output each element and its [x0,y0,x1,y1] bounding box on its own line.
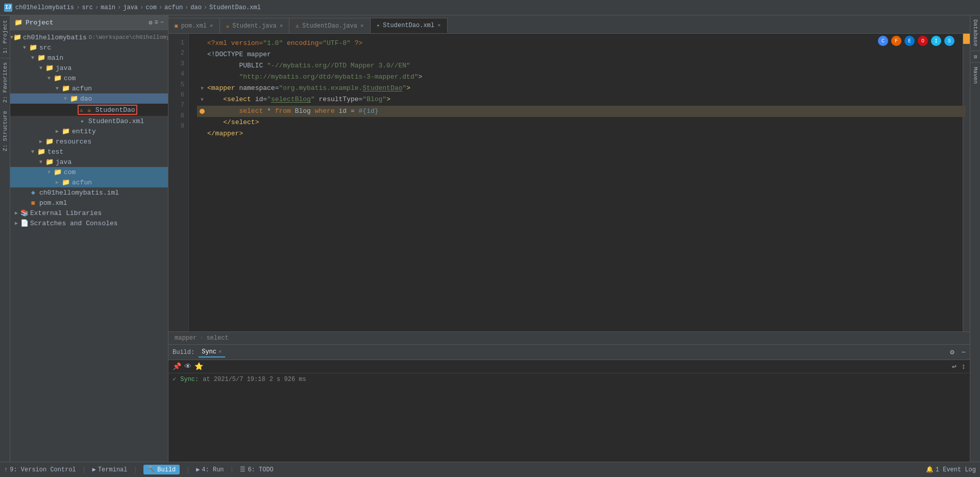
edge-icon[interactable]: E [904,36,915,46]
line-num-7: 7 [173,100,184,110]
code-line-6: ▼ <select id="selectBlog" resultType="Bl… [197,94,966,105]
tree-src[interactable]: ▼ 📁 src [10,42,168,53]
tree-studentdao-java-label: StudentDao [95,106,135,114]
line-num-2: 2 [173,48,184,58]
structure-panel-toggle[interactable]: Z: Structure [1,107,10,155]
tree-pom[interactable]: ◼ pom.xml [10,198,168,208]
root-folder-icon: 📁 [13,33,21,41]
safari-icon[interactable]: S [944,36,954,46]
favorites-icon[interactable]: ⭐ [194,362,203,371]
bottom-panel: Build: Sync × ⚙ − 📌 👁 ⭐ ↩ ↕ ✓ [168,344,970,462]
line-9-content: </mapper> [207,128,243,139]
tree-com-test[interactable]: ▼ 📁 com [10,167,168,177]
status-eventlog[interactable]: 🔔 1 Event Log [926,466,976,473]
tree-root[interactable]: ▼ 📁 ch01hellomybatis D:\Workspace\ch01he… [10,32,168,42]
pin-icon[interactable]: 📌 [173,362,181,371]
tree-acfun-test[interactable]: ▶ 📁 acfun [10,177,168,187]
line-3-content: PUBLIC "-//mybatis.org//DTD Mapper 3.0//… [207,60,410,71]
tree-arrow-extlibs: ▶ [12,210,20,216]
tree-entity[interactable]: ▶ 📁 entity [10,126,168,136]
maven-panel-toggle[interactable]: Maven [971,63,980,88]
scroll-icon[interactable]: ↕ [962,363,966,371]
status-terminal[interactable]: ▶ Terminal [92,466,128,473]
tree-arrow-dao: ▼ [61,96,69,102]
acfun-folder-icon: 📁 [61,84,70,92]
tree-root-label: ch01hellomybatis [23,34,87,41]
test-folder-icon: 📁 [37,148,46,156]
tree-resources[interactable]: ▶ 📁 resources [10,136,168,147]
status-build[interactable]: 🔨 Build [143,465,180,474]
bc-dao: dao [190,4,202,11]
project-minimize-icon[interactable]: − [160,19,164,27]
tree-dao[interactable]: ▼ 📁 dao [10,93,168,104]
tab-pom[interactable]: ◼ pom.xml × [168,18,220,33]
tree-entity-label: entity [72,128,96,135]
status-run[interactable]: ▶ 4: Run [196,466,224,473]
tab-studentdao-java[interactable]: ⚠ StudentDao.java × [289,18,370,33]
tree-main-label: main [47,54,63,62]
tab-student-java-close[interactable]: × [280,23,283,29]
tab-studentdao-xml-label: StudentDao.xml [383,22,434,29]
bc-file: StudentDao.xml [209,4,261,11]
project-settings-icon[interactable]: ⚙ [149,19,152,27]
m-panel-toggle[interactable]: m [971,51,980,63]
tree-com[interactable]: ▼ 📁 com [10,73,168,83]
tree-java[interactable]: ▼ 📁 java [10,63,168,73]
eventlog-label: 1 Event Log [936,466,976,473]
com-test-folder-icon: 📁 [53,168,62,176]
status-version-control[interactable]: ↑ 9: Version Control [4,466,76,473]
tab-sync-label: Sync [202,348,216,355]
tree-studentdao-xml-label: StudentDao.xml [88,117,144,125]
tree-external-libs[interactable]: ▶ 📚 External Libraries [10,208,168,218]
breadcrumb-select[interactable]: select [206,335,228,342]
main-folder-icon: 📁 [37,54,46,62]
tab-studentdao-java-close[interactable]: × [360,23,364,29]
java-folder-icon: 📁 [45,64,54,72]
tab-studentdao-xml[interactable]: ✦ StudentDao.xml × [371,18,448,33]
build-success-icon: ✓ [173,375,176,383]
resources-folder-icon: 📁 [45,137,54,146]
tree-studentdao-java[interactable]: ⚠ ☕ StudentDao [10,104,168,116]
tree-iml[interactable]: ◆ ch01hellomybatis.iml [10,187,168,198]
build-sync-label: Sync: [180,376,199,383]
bc-project: ch01hellomybatis [15,4,74,11]
tree-test[interactable]: ▼ 📁 test [10,147,168,157]
status-todo[interactable]: ☰ 6: TODO [240,466,273,473]
project-panel-toggle[interactable]: 1: Project [1,15,10,58]
bc-src: src [82,4,93,11]
breadcrumb-mapper[interactable]: mapper [175,335,197,342]
build-result-line: ✓ Sync: at 2021/5/7 19:18 2 s 926 ms [173,375,966,383]
firefox-icon[interactable]: F [891,36,901,46]
bottom-minimize-icon[interactable]: − [962,348,966,356]
tree-scratches[interactable]: ▶ 📄 Scratches and Consoles [10,218,168,228]
code-lines[interactable]: <?xml version="1.0" encoding="UTF-8" ?> … [189,34,970,331]
favorites-panel-toggle[interactable]: 2: Favorites [1,58,10,107]
code-editor[interactable]: C F E O I S 1 2 3 4 5 6 7 [168,34,970,331]
code-line-4: "http://mybatis.org/dtd/mybatis-3-mapper… [197,71,966,83]
build-status-label: Build [157,466,176,473]
tab-student-java-label: Student.java [232,22,276,30]
project-layout-icon[interactable]: ≡ [155,19,158,27]
tree-java-test[interactable]: ▼ 📁 java [10,157,168,167]
chrome-icon[interactable]: C [878,36,888,46]
java-test-folder-icon: 📁 [45,158,54,166]
tree-studentdao-xml[interactable]: ✦ StudentDao.xml [10,116,168,126]
opera-icon[interactable]: O [918,36,928,46]
wrap-icon[interactable]: ↩ [952,362,956,371]
bottom-settings-icon[interactable]: ⚙ [950,348,954,356]
bottom-tabs: Build: Sync × ⚙ − [168,345,970,360]
tab-student-java[interactable]: ☕ Student.java × [220,18,290,33]
tab-sync[interactable]: Sync × [199,347,225,357]
tab-sync-close[interactable]: × [218,349,222,355]
tab-pom-label: pom.xml [181,22,207,30]
tab-pom-close[interactable]: × [210,23,213,29]
filter-icon[interactable]: 👁 [184,363,191,371]
tree-java-label: java [56,64,71,72]
tree-main[interactable]: ▼ 📁 main [10,53,168,63]
ie-icon[interactable]: I [931,36,941,46]
tab-studentdao-xml-close[interactable]: × [437,22,441,29]
iml-icon: ◆ [29,188,38,197]
tree-acfun[interactable]: ▼ 📁 acfun [10,83,168,93]
database-panel-toggle[interactable]: Database [971,15,980,51]
eventlog-icon: 🔔 [926,466,934,473]
